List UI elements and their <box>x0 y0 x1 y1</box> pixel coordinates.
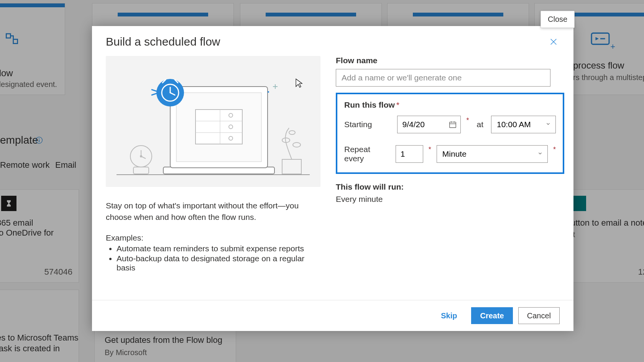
close-tooltip-text: Close <box>548 15 567 23</box>
close-button[interactable] <box>547 36 560 48</box>
starting-row: Starting * at 10:00 AM <box>344 116 556 133</box>
flow-name-label: Flow name <box>336 56 564 65</box>
at-label: at <box>477 120 484 129</box>
repeat-unit-select[interactable]: Minute <box>437 145 548 163</box>
svg-point-29 <box>268 91 269 93</box>
required-asterisk: * <box>553 146 556 154</box>
modal-body: Stay on top of what's important without … <box>92 54 573 300</box>
starting-label: Starting <box>344 120 392 129</box>
examples-list: Automate team reminders to submit expens… <box>106 244 310 272</box>
examples-heading: Examples: <box>106 233 310 242</box>
cancel-button[interactable]: Cancel <box>518 307 560 324</box>
svg-point-37 <box>293 143 301 147</box>
skip-button[interactable]: Skip <box>432 307 466 324</box>
modal-left-pane: Stay on top of what's important without … <box>106 56 320 300</box>
svg-line-26 <box>152 90 156 91</box>
required-asterisk: * <box>429 146 431 154</box>
cursor-icon <box>295 78 303 90</box>
svg-rect-39 <box>450 122 456 128</box>
svg-line-25 <box>152 93 156 95</box>
svg-rect-12 <box>196 110 242 144</box>
svg-point-38 <box>289 131 295 134</box>
run-this-flow-section: Run this flow* Starting * at 10:00 AM <box>336 93 564 174</box>
chevron-down-icon <box>537 151 543 157</box>
svg-rect-35 <box>282 159 301 174</box>
repeat-row: Repeat every * Minute * <box>344 145 556 163</box>
required-asterisk: * <box>466 116 469 124</box>
modal-header: Build a scheduled flow <box>92 26 573 54</box>
repeat-unit-value: Minute <box>442 149 467 159</box>
starting-time-value: 10:00 AM <box>497 120 531 129</box>
example-item: Auto-backup data to designated storage o… <box>117 254 310 272</box>
flow-name-input[interactable] <box>336 69 550 87</box>
svg-rect-34 <box>133 167 149 174</box>
close-tooltip: Close <box>540 11 575 28</box>
summary-text: Every minute <box>336 195 564 204</box>
modal-footer: Skip Create Cancel <box>92 300 573 331</box>
chevron-down-icon <box>545 121 551 128</box>
example-item: Automate team reminders to submit expens… <box>117 244 310 253</box>
scheduled-flow-modal: Build a scheduled flow <box>92 26 573 331</box>
create-button[interactable]: Create <box>471 307 513 324</box>
run-section-label: Run this flow* <box>344 100 556 110</box>
calendar-icon[interactable] <box>449 120 457 129</box>
illustration <box>106 56 320 187</box>
repeat-label: Repeat every <box>344 145 390 163</box>
modal-description: Stay on top of what's important without … <box>106 200 310 223</box>
required-asterisk: * <box>396 100 399 109</box>
summary-title: This flow will run: <box>336 182 564 192</box>
svg-line-33 <box>141 156 146 159</box>
modal-right-pane: Flow name Run this flow* Starting * at <box>325 56 564 300</box>
run-section-label-text: Run this flow <box>344 100 395 109</box>
close-icon <box>549 38 558 46</box>
starting-time-select[interactable]: 10:00 AM <box>491 116 556 133</box>
repeat-value-input[interactable] <box>396 145 423 163</box>
modal-title: Build a scheduled flow <box>106 35 220 48</box>
